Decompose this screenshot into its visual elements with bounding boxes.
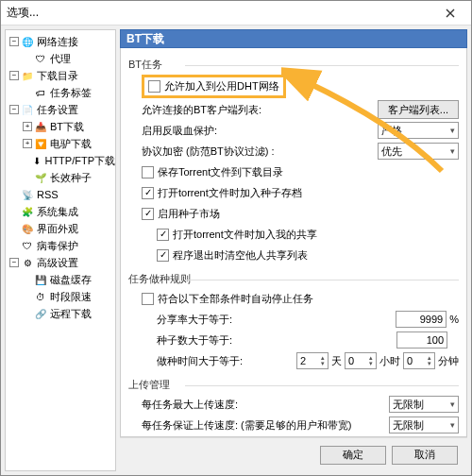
row-client-list: 允许连接的BT客户端列表: 客户端列表... [128,100,459,119]
spin-arrows-icon[interactable]: ▴▾ [369,355,373,366]
tree-node-icon: 🛡 [34,52,47,65]
label-seed-time: 做种时间大于等于: [157,354,243,368]
row-seed-time: 做种时间大于等于: 2▴▾ 天 0▴▾ 小时 0▴▾ 分钟 [128,351,459,370]
close-button[interactable] [435,3,465,24]
checkbox-save-seed-on-open[interactable] [142,187,154,199]
ok-button[interactable]: 确定 [320,446,386,465]
tree-item-7[interactable]: ⬇HTTP/FTP下载 [6,152,115,169]
row-save-seed-on-open: 打开torrent文件时加入种子存档 [128,183,459,202]
cancel-button[interactable]: 取消 [392,446,458,465]
input-share-ratio[interactable]: 9999 [396,311,447,328]
label-max-upload: 每任务最大上传速度: [142,398,238,412]
tree-node-label: 磁盘缓存 [50,273,92,287]
tree-toggle-icon[interactable]: − [9,258,19,267]
tree-node-icon: ⚙ [21,256,34,269]
label-share-ratio: 分享率大于等于: [157,313,270,327]
tree-item-14[interactable]: 💾磁盘缓存 [6,271,115,288]
label-guarantee-upload: 每任务保证上传速度: (需要足够的用户和带宽) [142,418,351,433]
spinner-minutes[interactable]: 0▴▾ [403,352,435,369]
combo-anti-leech[interactable]: 严格 [378,122,459,139]
row-max-upload: 每任务最大上传速度: 无限制 [128,395,459,414]
tree-node-icon: 🧩 [21,205,34,218]
label-enable-market: 启用种子市场 [158,207,220,221]
row-save-torrent: 保存Torrent文件到下载目录 [128,162,459,181]
unit-percent: % [449,314,459,325]
row-protocol-encrypt: 协议加密 (防范BT协议过滤) : 优先 [128,142,459,161]
options-dialog: 选项... −🌐网络连接🛡代理−📁下载目录🏷任务标签−📄任务设置+📥BT下载+🔽… [0,0,472,476]
group-bt-tasks: BT任务 [128,58,459,72]
row-auto-stop: 符合以下全部条件时自动停止任务 [128,289,459,308]
tree-item-12[interactable]: 🛡病毒保护 [6,237,115,254]
tree-node-icon: 🌱 [34,171,47,184]
content-pane: BT下载 BT任务 允许加入到公用DHT网络 允许连接的BT客户端列表: 客户端… [120,29,467,471]
spin-arrows-icon[interactable]: ▴▾ [428,355,431,366]
checkbox-save-torrent[interactable] [142,166,154,178]
tree-toggle-icon[interactable]: − [9,71,19,80]
unit-hour: 小时 [379,354,400,368]
window-title: 选项... [7,5,435,21]
tree-node-icon: 📡 [21,188,34,201]
tree-item-9[interactable]: 📡RSS [6,186,115,203]
tree-node-icon: 📥 [34,120,47,133]
checkbox-allow-dht[interactable] [148,80,160,93]
tree-item-10[interactable]: 🧩系统集成 [6,203,115,220]
tree-node-label: 高级设置 [37,256,78,270]
tree-toggle-icon[interactable]: − [9,37,19,46]
tree-toggle-icon[interactable]: − [9,105,19,114]
tree-node-label: 时段限速 [50,290,92,304]
checkbox-auto-stop[interactable] [142,293,154,305]
tree-item-15[interactable]: ⏱时段限速 [6,288,115,305]
spinner-days[interactable]: 2▴▾ [296,352,329,369]
label-anti-leech: 启用反吸血保护: [142,124,245,138]
combo-max-upload[interactable]: 无限制 [389,396,459,413]
tree-node-label: 任务标签 [50,86,92,100]
unit-minute: 分钟 [438,354,459,368]
label-protocol-encrypt: 协议加密 (防范BT协议过滤) : [142,144,275,159]
tree-node-label: 远程下载 [50,307,92,321]
checkbox-share-on-open[interactable] [157,229,169,241]
tree-item-8[interactable]: 🌱长效种子 [6,169,115,186]
tree-node-label: 系统集成 [37,205,78,219]
row-enable-market: 启用种子市场 [128,204,459,223]
tree-item-11[interactable]: 🎨界面外观 [6,220,115,237]
checkbox-enable-market[interactable] [142,208,154,220]
tree-node-icon: 📄 [21,103,34,116]
tree-item-3[interactable]: 🏷任务标签 [6,84,115,101]
spinner-hours[interactable]: 0▴▾ [345,352,377,369]
label-share-on-open: 打开torrent文件时加入我的共享 [173,228,317,242]
tree-toggle-icon[interactable]: + [23,122,32,131]
label-save-torrent: 保存Torrent文件到下载目录 [158,165,283,179]
tree-node-icon: ⬇ [31,154,42,167]
tree-node-label: 下载目录 [37,69,78,83]
tree-item-0[interactable]: −🌐网络连接 [6,33,115,50]
checkbox-clear-private-on-exit[interactable] [157,249,169,262]
tree-item-13[interactable]: −⚙高级设置 [6,254,115,271]
tree-node-icon: 🛡 [21,239,34,252]
tree-node-label: BT下载 [50,120,84,134]
row-share-on-open: 打开torrent文件时加入我的共享 [128,225,459,244]
spin-arrows-icon[interactable]: ▴▾ [321,355,325,366]
category-tree[interactable]: −🌐网络连接🛡代理−📁下载目录🏷任务标签−📄任务设置+📥BT下载+🔽电驴下载⬇H… [5,29,116,471]
tree-item-16[interactable]: 🔗远程下载 [6,305,115,322]
tree-item-1[interactable]: 🛡代理 [6,50,115,67]
combo-protocol-encrypt[interactable]: 优先 [378,143,459,160]
tree-item-4[interactable]: −📄任务设置 [6,101,115,118]
row-guarantee-upload: 每任务保证上传速度: (需要足够的用户和带宽) 无限制 [128,416,459,434]
label-save-seed-on-open: 打开torrent文件时加入种子存档 [158,186,302,200]
highlight-dht-option: 允许加入到公用DHT网络 [142,75,286,98]
tree-toggle-icon[interactable]: + [23,139,32,148]
label-auto-stop: 符合以下全部条件时自动停止任务 [158,292,313,306]
group-stop-rules: 任务做种规则 [128,272,459,286]
tree-node-icon: 🔗 [34,307,47,320]
client-list-button[interactable]: 客户端列表... [378,100,459,119]
combo-guarantee-upload[interactable]: 无限制 [389,416,459,434]
tree-node-label: 长效种子 [50,171,92,185]
row-seed-count: 种子数大于等于: 100 [128,331,459,349]
tree-item-5[interactable]: +📥BT下载 [6,118,115,135]
tree-item-2[interactable]: −📁下载目录 [6,67,115,84]
tree-item-6[interactable]: +🔽电驴下载 [6,135,115,152]
input-seed-count[interactable]: 100 [396,332,447,348]
label-clear-private-on-exit: 程序退出时清空他人共享列表 [173,248,308,263]
tree-node-icon: 🔽 [34,137,47,150]
dialog-footer: 确定 取消 [120,437,467,471]
